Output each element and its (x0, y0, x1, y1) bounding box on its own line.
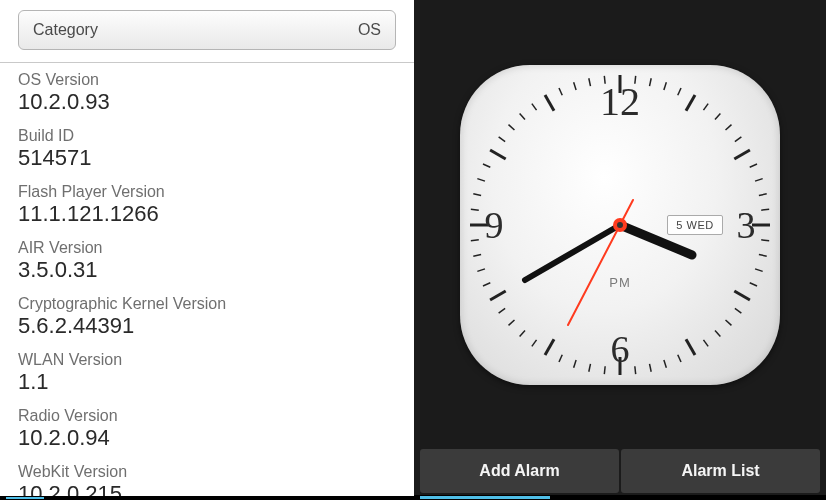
svg-line-50 (490, 150, 506, 159)
svg-line-38 (509, 320, 515, 325)
info-item-wlan: WLAN Version 1.1 (18, 351, 396, 395)
info-label: Cryptographic Kernel Version (18, 295, 396, 313)
svg-line-54 (532, 103, 537, 109)
svg-line-35 (545, 339, 554, 355)
info-label: Radio Version (18, 407, 396, 425)
svg-line-26 (678, 354, 681, 361)
svg-line-34 (559, 354, 562, 361)
nav-indicator (414, 495, 826, 500)
alarm-list-button[interactable]: Alarm List (621, 449, 820, 493)
svg-line-48 (477, 178, 485, 180)
svg-line-27 (664, 360, 666, 368)
clock-area: 12 3 6 9 5 WED PM (414, 0, 826, 449)
svg-line-33 (574, 360, 576, 368)
info-item-crypto-kernel: Cryptographic Kernel Version 5.6.2.44391 (18, 295, 396, 339)
info-label: WLAN Version (18, 351, 396, 369)
info-label: OS Version (18, 71, 396, 89)
svg-line-43 (473, 254, 481, 256)
info-list: OS Version 10.2.0.93 Build ID 514571 Fla… (0, 71, 414, 496)
svg-line-4 (678, 87, 681, 94)
svg-line-16 (761, 239, 769, 240)
info-value: 5.6.2.44391 (18, 313, 396, 339)
svg-line-51 (499, 136, 505, 141)
svg-line-9 (735, 136, 741, 141)
date-window: 5 WED (667, 215, 723, 235)
svg-line-20 (734, 291, 750, 300)
svg-line-18 (755, 268, 763, 270)
svg-line-6 (703, 103, 708, 109)
svg-line-53 (520, 113, 525, 119)
nav-indicator (0, 496, 414, 500)
svg-line-37 (520, 330, 525, 336)
svg-line-21 (735, 308, 741, 313)
info-item-flash-version: Flash Player Version 11.1.121.1266 (18, 183, 396, 227)
svg-line-41 (483, 282, 490, 285)
svg-line-44 (471, 239, 479, 240)
svg-line-10 (734, 150, 750, 159)
svg-line-23 (715, 330, 720, 336)
category-dropdown[interactable]: Category OS (18, 10, 396, 50)
analog-clock: 12 3 6 9 5 WED PM (460, 65, 780, 385)
svg-line-28 (650, 363, 652, 371)
svg-line-49 (483, 163, 490, 166)
info-value: 514571 (18, 145, 396, 171)
clock-center-dot (617, 222, 623, 228)
info-value: 3.5.0.31 (18, 257, 396, 283)
numeral-9: 9 (485, 203, 504, 247)
svg-line-29 (635, 366, 636, 374)
numeral-12: 12 (600, 77, 640, 124)
svg-line-19 (750, 282, 757, 285)
ampm-label: PM (609, 275, 631, 290)
info-label: Build ID (18, 127, 396, 145)
svg-line-2 (650, 78, 652, 86)
svg-line-47 (473, 193, 481, 195)
add-alarm-button[interactable]: Add Alarm (420, 449, 619, 493)
svg-line-39 (499, 308, 505, 313)
svg-line-55 (545, 95, 554, 111)
svg-line-5 (686, 95, 695, 111)
svg-line-42 (477, 268, 485, 270)
svg-line-3 (664, 82, 666, 90)
info-label: AIR Version (18, 239, 396, 257)
svg-line-52 (509, 124, 515, 129)
divider (0, 62, 414, 63)
svg-line-36 (532, 339, 537, 345)
info-label: WebKit Version (18, 463, 396, 481)
info-value: 1.1 (18, 369, 396, 395)
svg-line-25 (686, 339, 695, 355)
info-item-webkit: WebKit Version 10.2.0.215 (18, 463, 396, 496)
info-value: 10.2.0.93 (18, 89, 396, 115)
about-os-pane: Category OS OS Version 10.2.0.93 Build I… (0, 0, 414, 500)
info-item-build-id: Build ID 514571 (18, 127, 396, 171)
svg-line-7 (715, 113, 720, 119)
clock-button-row: Add Alarm Alarm List (414, 449, 826, 495)
svg-line-24 (703, 339, 708, 345)
info-value: 10.2.0.215 (18, 481, 396, 496)
numeral-3: 3 (737, 203, 756, 247)
info-item-air-version: AIR Version 3.5.0.31 (18, 239, 396, 283)
svg-line-32 (589, 363, 591, 371)
info-item-radio: Radio Version 10.2.0.94 (18, 407, 396, 451)
svg-line-56 (559, 87, 562, 94)
svg-line-12 (755, 178, 763, 180)
svg-line-11 (750, 163, 757, 166)
svg-line-22 (726, 320, 732, 325)
svg-line-58 (589, 78, 591, 86)
category-label: Category (33, 21, 98, 39)
svg-line-57 (574, 82, 576, 90)
info-label: Flash Player Version (18, 183, 396, 201)
clock-app-pane: 12 3 6 9 5 WED PM Add Alarm Alarm List (414, 0, 826, 500)
svg-line-14 (761, 209, 769, 210)
svg-line-8 (726, 124, 732, 129)
info-value: 10.2.0.94 (18, 425, 396, 451)
info-item-os-version: OS Version 10.2.0.93 (18, 71, 396, 115)
svg-line-46 (471, 209, 479, 210)
category-value: OS (358, 21, 381, 39)
numeral-6: 6 (611, 327, 630, 371)
svg-line-13 (759, 193, 767, 195)
svg-line-17 (759, 254, 767, 256)
svg-line-40 (490, 291, 506, 300)
info-value: 11.1.121.1266 (18, 201, 396, 227)
svg-line-31 (604, 366, 605, 374)
